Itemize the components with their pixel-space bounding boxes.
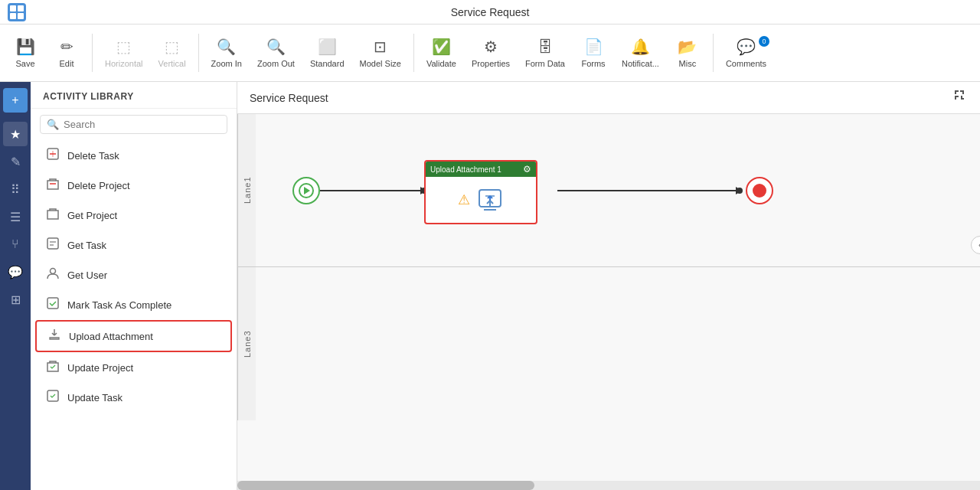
zoom-in-button[interactable]: 🔍 Zoom In [205, 33, 248, 73]
activity-item-upload-attachment[interactable]: Upload Attachment [35, 320, 232, 352]
misc-icon: 📂 [678, 38, 697, 56]
standard-icon: ⬜ [318, 38, 337, 56]
properties-button[interactable]: ⚙ Properties [466, 33, 516, 73]
svg-rect-9 [47, 390, 58, 401]
task-node-label: Upload Attachment 1 [430, 165, 501, 174]
mark-task-icon [46, 296, 60, 313]
app-title: Service Request [451, 6, 530, 18]
model-size-icon: ⊡ [374, 38, 387, 56]
get-user-icon [46, 266, 60, 283]
vertical-icon: ⬚ [165, 38, 179, 56]
activity-library-panel: ACTIVITY LIBRARY 🔍 Delete Task Delete Pr… [31, 82, 237, 490]
activity-item-update-task[interactable]: Update Task [35, 383, 232, 412]
task-node-body: ⚠ [426, 177, 536, 223]
activity-item-delete-task[interactable]: Delete Task [35, 141, 232, 170]
activity-item-mark-task-complete[interactable]: Mark Task As Complete [35, 290, 232, 319]
update-project-icon [46, 359, 60, 376]
canvas-scrollbar[interactable] [237, 481, 980, 490]
task-node-upload-attachment[interactable]: Upload Attachment 1 ⚙ ⚠ [424, 160, 537, 224]
zoom-in-icon: 🔍 [217, 38, 236, 56]
comments-button[interactable]: 💬 Comments 0 [720, 33, 773, 73]
activity-item-delete-project[interactable]: Delete Project [35, 171, 232, 200]
sidebar-item-add[interactable]: + [3, 88, 28, 113]
activity-item-get-project[interactable]: Get Project [35, 201, 232, 230]
search-icon: 🔍 [47, 119, 59, 130]
activity-item-get-task[interactable]: Get Task [35, 230, 232, 260]
toolbar-divider-3 [413, 34, 414, 72]
lane-1: Lane1 [237, 114, 980, 267]
connector-dot-2 [737, 188, 743, 194]
bell-icon: 🔔 [631, 38, 650, 56]
lane-3-label: Lane3 [237, 267, 256, 420]
form-data-icon: 🗄 [537, 38, 553, 56]
get-task-icon [46, 237, 60, 253]
get-project-icon [46, 207, 60, 224]
forms-button[interactable]: 📄 Forms [574, 33, 612, 73]
sidebar-item-chat[interactable]: 💬 [3, 260, 28, 284]
arrow-task-to-end [557, 190, 741, 191]
start-node[interactable] [292, 177, 320, 204]
arrow-start-to-task [320, 190, 426, 191]
notifications-button[interactable]: 🔔 Notificat... [616, 33, 665, 73]
activity-item-get-user[interactable]: Get User [35, 260, 232, 289]
warning-icon: ⚠ [458, 191, 470, 208]
zoom-out-button[interactable]: 🔍 Zoom Out [251, 33, 301, 73]
delete-task-icon [46, 147, 60, 164]
properties-icon: ⚙ [484, 38, 498, 56]
edit-button[interactable]: ✏ Edit [47, 33, 86, 73]
validate-button[interactable]: ✅ Validate [420, 33, 462, 73]
activity-list: Delete Task Delete Project Get Project G… [31, 140, 237, 490]
main-layout: + ★ ✎ ⠿ ☰ ⑂ 💬 ⊞ ACTIVITY LIBRARY 🔍 Delet… [0, 82, 980, 490]
sidebar-item-dots[interactable]: ⠿ [3, 177, 28, 201]
search-container: 🔍 [40, 115, 227, 134]
sidebar-item-list[interactable]: ☰ [3, 204, 28, 229]
upload-task-icon [476, 185, 504, 215]
canvas-area: Service Request Lane1 [237, 82, 980, 490]
expand-canvas-button[interactable] [952, 88, 968, 107]
misc-button[interactable]: 📂 Misc [668, 33, 707, 73]
activity-item-update-project[interactable]: Update Project [35, 353, 232, 382]
forms-icon: 📄 [584, 38, 603, 56]
save-button[interactable]: 💾 Save [6, 33, 44, 73]
sidebar-item-edit[interactable]: ✎ [3, 149, 28, 174]
task-node-header: Upload Attachment 1 ⚙ [426, 162, 536, 177]
canvas-content: Lane1 [237, 114, 980, 490]
delete-project-icon [46, 177, 60, 194]
comments-icon: 💬 [737, 38, 756, 56]
end-node[interactable] [746, 177, 773, 204]
toolbar-divider-1 [92, 34, 93, 72]
validate-icon: ✅ [432, 38, 451, 56]
toolbar-divider-4 [713, 34, 714, 72]
update-task-icon [46, 389, 60, 406]
horizontal-button[interactable]: ⬚ Horizontal [99, 33, 149, 73]
toolbar: 💾 Save ✏ Edit ⬚ Horizontal ⬚ Vertical 🔍 … [0, 24, 980, 82]
left-icon-sidebar: + ★ ✎ ⠿ ☰ ⑂ 💬 ⊞ [0, 82, 31, 490]
zoom-out-icon: 🔍 [266, 38, 286, 56]
form-data-button[interactable]: 🗄 Form Data [519, 34, 571, 73]
search-input[interactable] [64, 119, 220, 130]
standard-button[interactable]: ⬜ Standard [304, 33, 351, 73]
vertical-button[interactable]: ⬚ Vertical [152, 33, 192, 73]
top-bar: Service Request [0, 0, 980, 24]
sidebar-item-star[interactable]: ★ [3, 122, 28, 146]
canvas-title: Service Request [250, 92, 328, 104]
gear-icon[interactable]: ⚙ [523, 164, 531, 175]
canvas-scrollbar-thumb[interactable] [237, 481, 534, 490]
canvas-header: Service Request [237, 82, 980, 114]
end-node-inner [753, 184, 766, 198]
sidebar-item-fork[interactable]: ⑂ [3, 232, 28, 256]
toolbar-divider-2 [198, 34, 199, 72]
lane-1-content: Upload Attachment 1 ⚙ ⚠ [256, 114, 980, 266]
model-size-button[interactable]: ⊡ Model Size [354, 33, 407, 73]
svg-rect-8 [47, 298, 58, 309]
play-triangle-icon [304, 187, 310, 194]
app-icon [8, 3, 26, 21]
activity-library-header: ACTIVITY LIBRARY [31, 82, 237, 109]
sidebar-item-grid[interactable]: ⊞ [3, 287, 28, 312]
start-node-inner [299, 183, 314, 198]
comments-badge: 0 [759, 36, 769, 47]
horizontal-icon: ⬚ [116, 38, 131, 56]
upload-attachment-icon [47, 328, 61, 345]
svg-point-7 [51, 269, 56, 274]
lane-3: Lane3 [237, 267, 980, 420]
